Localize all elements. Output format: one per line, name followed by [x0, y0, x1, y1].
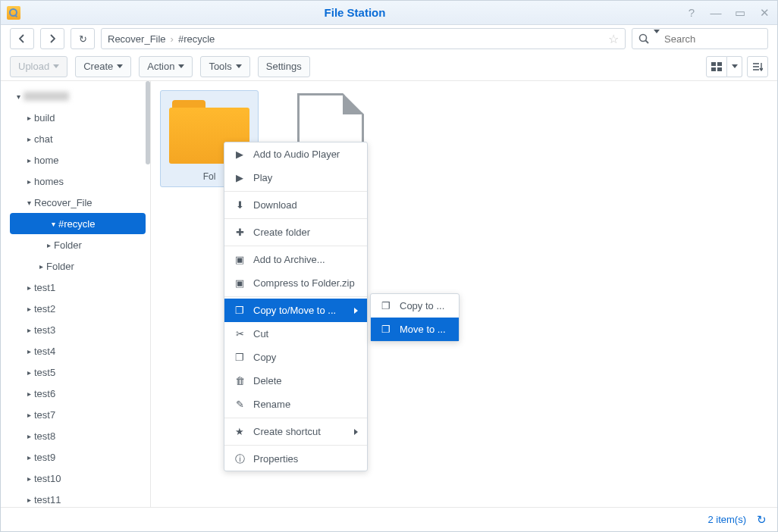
ctx-cut[interactable]: ✂Cut	[224, 322, 367, 346]
ctx-compress[interactable]: ▣Compress to Folder.zip	[224, 271, 367, 295]
upload-button[interactable]: Upload	[10, 56, 67, 77]
forward-button[interactable]	[40, 28, 64, 49]
ctx-play[interactable]: ▶Play	[224, 166, 367, 189]
ctx-copy[interactable]: ❐Copy	[224, 346, 367, 369]
back-button[interactable]	[10, 28, 34, 49]
ctx-sep	[224, 191, 367, 192]
window-title: File Station	[25, 6, 685, 19]
ctx-move-to[interactable]: ❐Move to ...	[371, 318, 459, 341]
status-refresh-icon[interactable]: ↻	[757, 513, 767, 527]
statusbar: 2 item(s) ↻	[1, 507, 777, 531]
ctx-rename[interactable]: ✎Rename	[224, 393, 367, 416]
ctx-delete[interactable]: 🗑Delete	[224, 369, 367, 393]
copy-to-icon: ❐	[380, 300, 392, 311]
chevron-right-icon	[354, 308, 358, 314]
ctx-create-folder[interactable]: ✚Create folder	[224, 221, 367, 244]
play-add-icon: ▶	[234, 149, 246, 160]
pencil-icon: ✎	[234, 399, 246, 410]
tree-item-test8[interactable]: ▸test8	[1, 425, 150, 446]
tree-item-build[interactable]: ▸build	[1, 107, 150, 128]
context-submenu: ❐Copy to ... ❐Move to ...	[370, 293, 460, 342]
ctx-add-audio[interactable]: ▶Add to Audio Player	[224, 142, 367, 166]
tree-item-test2[interactable]: ▸test2	[1, 298, 150, 319]
search-icon	[638, 33, 649, 44]
svg-rect-5	[717, 67, 722, 71]
tree-item-test4[interactable]: ▸test4	[1, 340, 150, 361]
tree-item-test5[interactable]: ▸test5	[1, 361, 150, 383]
svg-rect-2	[711, 62, 716, 66]
tools-button[interactable]: Tools	[200, 56, 249, 77]
tree-item-folder2[interactable]: ▸Folder	[1, 255, 150, 277]
search-input[interactable]	[664, 33, 761, 45]
archive-icon: ▣	[234, 254, 246, 265]
tree-item-homes[interactable]: ▸homes	[1, 171, 150, 192]
ctx-sep	[224, 445, 367, 446]
view-mode-caret[interactable]	[727, 56, 742, 77]
sort-button[interactable]	[747, 56, 768, 77]
tree-root[interactable]: ▾	[1, 86, 150, 107]
tree-item-test9[interactable]: ▸test9	[1, 446, 150, 468]
ctx-sep	[224, 246, 367, 246]
ctx-add-archive[interactable]: ▣Add to Archive...	[224, 248, 367, 271]
ctx-copy-to[interactable]: ❐Copy to ...	[371, 294, 459, 318]
copy-icon: ❐	[234, 352, 246, 363]
app-icon	[7, 6, 20, 20]
help-icon[interactable]: ?	[685, 6, 698, 20]
ctx-download[interactable]: ⬇Download	[224, 193, 367, 217]
tree-item-test3[interactable]: ▸test3	[1, 319, 150, 340]
tree-item-recover-file[interactable]: ▾Recover_File	[1, 192, 150, 213]
tree-item-test7[interactable]: ▸test7	[1, 404, 150, 425]
tree-item-test11[interactable]: ▸test11	[1, 489, 150, 507]
tree-item-chat[interactable]: ▸chat	[1, 128, 150, 149]
breadcrumb-seg2[interactable]: #recycle	[178, 33, 215, 45]
tree-item-recycle[interactable]: ▾#recycle	[10, 213, 146, 234]
star-icon: ★	[234, 426, 246, 437]
tree-item-test10[interactable]: ▸test10	[1, 468, 150, 489]
tree-item-folder[interactable]: ▸Folder	[1, 234, 150, 255]
svg-point-0	[640, 35, 647, 42]
view-mode-button[interactable]	[706, 56, 727, 77]
svg-line-1	[646, 41, 649, 44]
cut-icon: ✂	[234, 328, 246, 340]
settings-button[interactable]: Settings	[258, 56, 310, 77]
download-icon: ⬇	[234, 199, 246, 211]
ctx-properties[interactable]: ⓘProperties	[224, 447, 367, 471]
create-button[interactable]: Create	[75, 56, 131, 77]
svg-rect-4	[711, 67, 716, 71]
favorite-star-icon[interactable]: ☆	[608, 32, 619, 46]
action-button[interactable]: Action	[139, 56, 193, 77]
move-to-icon: ❐	[380, 324, 392, 335]
scrollbar[interactable]	[146, 81, 150, 164]
breadcrumb[interactable]: Recover_File › #recycle ☆	[101, 28, 626, 49]
context-menu: ▶Add to Audio Player ▶Play ⬇Download ✚Cr…	[224, 142, 368, 471]
window-controls: ? — ▭ ✕	[685, 6, 771, 20]
breadcrumb-sep-icon: ›	[171, 33, 174, 45]
tree-item-test1[interactable]: ▸test1	[1, 277, 150, 298]
titlebar: File Station ? — ▭ ✕	[1, 1, 777, 25]
toolbar: Upload Create Action Tools Settings	[1, 52, 777, 81]
ctx-sep	[224, 296, 367, 297]
minimize-icon[interactable]: —	[709, 6, 723, 20]
tree-item-test6[interactable]: ▸test6	[1, 383, 150, 404]
breadcrumb-seg1[interactable]: Recover_File	[108, 33, 166, 45]
maximize-icon[interactable]: ▭	[733, 6, 747, 20]
sidebar: ▾ ▸build ▸chat ▸home ▸homes ▾Recover_Fil…	[1, 81, 151, 507]
search-caret-icon[interactable]	[654, 33, 660, 45]
navbar: ↻ Recover_File › #recycle ☆	[1, 25, 777, 52]
plus-icon: ✚	[234, 227, 246, 238]
status-count: 2 item(s)	[707, 514, 746, 525]
play-icon: ▶	[234, 172, 246, 183]
ctx-sep	[224, 218, 367, 219]
chevron-right-icon	[354, 429, 358, 435]
svg-rect-3	[717, 62, 722, 66]
tree-item-home[interactable]: ▸home	[1, 149, 150, 171]
close-icon[interactable]: ✕	[758, 6, 771, 20]
refresh-button[interactable]: ↻	[71, 28, 95, 49]
ctx-create-shortcut[interactable]: ★Create shortcut	[224, 420, 367, 443]
ctx-copy-move[interactable]: ❐Copy to/Move to ...	[224, 299, 367, 322]
copy-move-icon: ❐	[234, 305, 246, 316]
search-bar[interactable]	[632, 28, 768, 49]
trash-icon: 🗑	[234, 375, 246, 386]
ctx-sep	[224, 418, 367, 418]
info-icon: ⓘ	[234, 452, 246, 466]
